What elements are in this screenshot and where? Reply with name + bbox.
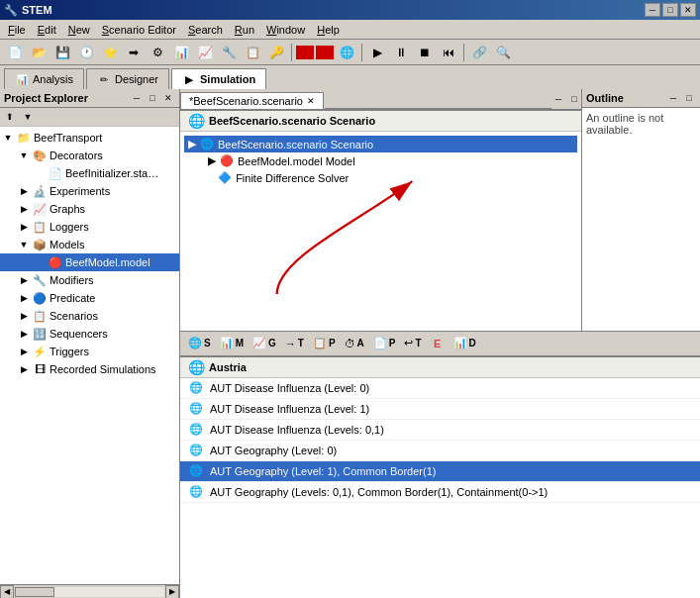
tree-item-modifiers[interactable]: ▶ 🔧 Modifiers bbox=[0, 271, 179, 289]
close-button[interactable]: ✕ bbox=[680, 3, 696, 17]
menu-scenario-editor[interactable]: Scenario Editor bbox=[96, 22, 182, 38]
toggle-triggers[interactable]: ▶ bbox=[16, 344, 32, 359]
tree-item-loggers[interactable]: ▶ 📋 Loggers bbox=[0, 218, 179, 236]
toolbar-open[interactable]: 📂 bbox=[28, 42, 50, 63]
menu-search[interactable]: Search bbox=[182, 22, 229, 38]
toolbar-clock[interactable]: 🕐 bbox=[75, 42, 97, 63]
sequencers-icon: 🔢 bbox=[32, 326, 48, 342]
toolbar-pause[interactable]: ⏸ bbox=[390, 42, 412, 63]
toggle-loggers[interactable]: ▶ bbox=[16, 219, 32, 235]
bottom-btn-t1[interactable]: → T bbox=[281, 334, 308, 353]
menu-edit[interactable]: Edit bbox=[32, 22, 62, 38]
bottom-btn-a[interactable]: ⏱ A bbox=[341, 334, 368, 353]
editor-tab-close[interactable]: ✕ bbox=[307, 96, 315, 106]
panel-close-btn[interactable]: ✕ bbox=[161, 91, 175, 105]
list-item-0[interactable]: 🌐 AUT Disease Influenza (Level: 0) bbox=[180, 378, 700, 399]
tree-item-predicate[interactable]: ▶ 🔵 Predicate bbox=[0, 289, 179, 307]
bottom-btn-m[interactable]: 📊 M bbox=[216, 334, 248, 353]
bottom-btn-p1[interactable]: 📋 P bbox=[309, 334, 340, 353]
toolbar-chart[interactable]: 📊 bbox=[170, 42, 192, 63]
toolbar-stop[interactable]: ⏹ bbox=[414, 42, 436, 63]
bottom-btn-d[interactable]: 📊 D bbox=[450, 334, 480, 353]
toggle-models[interactable]: ▼ bbox=[16, 237, 32, 252]
toggle-predicate[interactable]: ▶ bbox=[16, 290, 32, 306]
tree-item-scenarios[interactable]: ▶ 📋 Scenarios bbox=[0, 307, 179, 325]
analysis-icon: 📊 bbox=[15, 72, 29, 86]
bottom-btn-e[interactable]: E bbox=[427, 334, 449, 353]
toggle-decorators[interactable]: ▼ bbox=[16, 148, 32, 163]
list-item-5[interactable]: 🌐 AUT Geography (Levels: 0,1), Common Bo… bbox=[180, 482, 700, 503]
toolbar-misc2[interactable]: 🔍 bbox=[492, 42, 514, 63]
toggle-graphs[interactable]: ▶ bbox=[16, 201, 32, 217]
tree-item-beefinitializer[interactable]: 📄 BeefInitializer.sta… bbox=[0, 164, 179, 182]
scenario-item-solver[interactable]: 🔷 Finite Difference Solver bbox=[184, 169, 577, 186]
toggle-beeftransport[interactable]: ▼ bbox=[0, 130, 16, 146]
toolbar-tool1[interactable]: 🔧 bbox=[218, 42, 240, 63]
menu-new[interactable]: New bbox=[62, 22, 96, 38]
toolbar-globe[interactable]: 🌐 bbox=[336, 42, 357, 63]
toggle-sequencers[interactable]: ▶ bbox=[16, 326, 32, 342]
editor-minimize-btn[interactable]: ─ bbox=[551, 92, 565, 106]
toolbar-graph[interactable]: 📈 bbox=[194, 42, 216, 63]
tree-item-experiments[interactable]: ▶ 🔬 Experiments bbox=[0, 182, 179, 200]
scroll-right-btn[interactable]: ▶ bbox=[165, 585, 179, 599]
toolbar-tool3[interactable]: 🔑 bbox=[265, 42, 287, 63]
outline-minimize-btn[interactable]: ─ bbox=[666, 91, 680, 105]
scroll-track[interactable] bbox=[15, 587, 164, 597]
toolbar-new[interactable]: 📄 bbox=[4, 42, 26, 63]
menu-run[interactable]: Run bbox=[229, 22, 260, 38]
panel-minimize-btn[interactable]: ─ bbox=[130, 91, 144, 105]
bottom-btn-p2[interactable]: 📄 P bbox=[369, 334, 400, 353]
toolbar-star[interactable]: ⭐ bbox=[99, 42, 121, 63]
toggle-recorded[interactable]: ▶ bbox=[16, 361, 32, 377]
scroll-thumb[interactable] bbox=[15, 587, 54, 597]
bottom-btn-s1[interactable]: 🌐 S bbox=[184, 334, 215, 353]
bottom-btn-g[interactable]: 📈 G bbox=[249, 334, 280, 353]
list-item-1[interactable]: 🌐 AUT Disease Influenza (Level: 1) bbox=[180, 399, 700, 420]
editor-maximize-btn[interactable]: □ bbox=[567, 92, 581, 106]
minimize-button[interactable]: ─ bbox=[645, 3, 660, 17]
toolbar-rewind[interactable]: ⏮ bbox=[438, 42, 459, 63]
tree-collapse-btn[interactable]: ⬆ bbox=[2, 109, 18, 125]
tree-item-sequencers[interactable]: ▶ 🔢 Sequencers bbox=[0, 325, 179, 343]
toolbar-misc1[interactable]: 🔗 bbox=[468, 42, 490, 63]
toolbar-play[interactable]: ▶ bbox=[366, 42, 388, 63]
toolbar-save[interactable]: 💾 bbox=[51, 42, 73, 63]
list-item-3[interactable]: 🌐 AUT Geography (Level: 0) bbox=[180, 441, 700, 461]
panel-maximize-btn[interactable]: □ bbox=[146, 91, 159, 105]
scenario-item-header[interactable]: ▶ 🌐 BeefScenario.scenario Scenario bbox=[184, 136, 577, 152]
tree-item-triggers[interactable]: ▶ ⚡ Triggers bbox=[0, 343, 179, 360]
tree-item-graphs[interactable]: ▶ 📈 Graphs bbox=[0, 200, 179, 218]
list-item-4[interactable]: 🌐 AUT Geography (Level: 1), Common Borde… bbox=[180, 461, 700, 482]
tree-item-beeftransport[interactable]: ▼ 📁 BeefTransport bbox=[0, 129, 179, 147]
toolbar-red2[interactable] bbox=[316, 46, 334, 59]
tree-filter-btn[interactable]: ▼ bbox=[20, 109, 36, 125]
scroll-left-btn[interactable]: ◀ bbox=[0, 585, 14, 599]
tree-item-decorators[interactable]: ▼ 🎨 Decorators bbox=[0, 147, 179, 164]
menu-help[interactable]: Help bbox=[311, 22, 346, 38]
tree-item-beefmodel[interactable]: 🔴 BeefModel.model bbox=[0, 253, 179, 271]
list-item-2[interactable]: 🌐 AUT Disease Influenza (Levels: 0,1) bbox=[180, 420, 700, 441]
toolbar-settings[interactable]: ⚙ bbox=[147, 42, 168, 63]
scenario-item-beefmodel[interactable]: ▶ 🔴 BeefModel.model Model bbox=[184, 152, 577, 169]
tree-item-models[interactable]: ▼ 📦 Models bbox=[0, 236, 179, 253]
toggle-scenarios[interactable]: ▶ bbox=[16, 308, 32, 324]
list-icon-3: 🌐 bbox=[188, 443, 204, 458]
toggle-modifiers[interactable]: ▶ bbox=[16, 272, 32, 288]
menu-file[interactable]: File bbox=[2, 22, 32, 38]
tab-simulation[interactable]: ▶ Simulation bbox=[171, 68, 266, 89]
project-explorer-scrollbar[interactable]: ◀ ▶ bbox=[0, 584, 179, 598]
toolbar-red1[interactable] bbox=[296, 46, 314, 59]
file-icon: 📄 bbox=[48, 165, 63, 181]
tab-analysis[interactable]: 📊 Analysis bbox=[4, 68, 84, 89]
bottom-btn-t2[interactable]: ↩ T bbox=[400, 334, 425, 353]
outline-maximize-btn[interactable]: □ bbox=[682, 91, 696, 105]
toggle-experiments[interactable]: ▶ bbox=[16, 183, 32, 199]
editor-tab-beefscenario[interactable]: *BeefScenario.scenario ✕ bbox=[180, 92, 324, 109]
maximize-button[interactable]: □ bbox=[662, 3, 678, 17]
tab-designer[interactable]: ✏ Designer bbox=[86, 68, 169, 89]
menu-window[interactable]: Window bbox=[260, 22, 311, 38]
toolbar-arrow[interactable]: ➡ bbox=[123, 42, 145, 63]
toolbar-tool2[interactable]: 📋 bbox=[242, 42, 263, 63]
tree-item-recorded-simulations[interactable]: ▶ 🎞 Recorded Simulations bbox=[0, 360, 179, 378]
